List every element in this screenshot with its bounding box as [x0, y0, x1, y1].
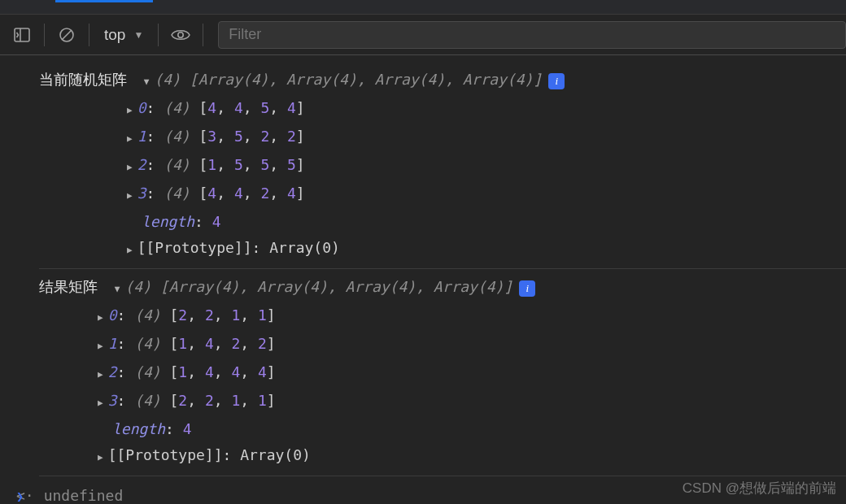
array-row[interactable]: 2: (4) [1, 4, 4, 4] [98, 359, 846, 388]
disclosure-triangle-icon[interactable] [98, 331, 108, 359]
bracket-close: ] [296, 124, 305, 150]
array-index: 3 [108, 388, 117, 414]
info-icon[interactable]: i [548, 73, 565, 89]
prototype-row[interactable]: [[Prototype]]: Array(0) [98, 442, 846, 471]
bracket-open: [ [199, 95, 208, 121]
disclosure-triangle-icon[interactable] [98, 302, 108, 331]
number-literal: 5 [260, 152, 269, 178]
number-literal: 4 [287, 180, 296, 206]
number-literal: 4 [207, 180, 216, 206]
comma: , [216, 180, 234, 206]
comma: , [214, 388, 232, 414]
number-literal: 4 [207, 95, 216, 121]
log-header[interactable]: 当前随机矩阵 (4) [Array(4), Array(4), Array(4)… [39, 67, 846, 95]
comma: , [240, 302, 258, 328]
disclosure-triangle-icon[interactable] [98, 442, 108, 471]
colon: : [116, 359, 134, 385]
comma: , [216, 152, 234, 178]
array-row[interactable]: 3: (4) [2, 2, 1, 1] [98, 388, 846, 416]
svg-rect-0 [15, 28, 29, 41]
toolbar-divider [89, 24, 89, 46]
row-length: (4) [134, 331, 169, 357]
clear-console-button[interactable] [55, 23, 79, 47]
array-index: 0 [108, 302, 117, 328]
return-value: undefined [44, 481, 124, 504]
array-row[interactable]: 3: (4) [4, 4, 2, 4] [127, 180, 846, 209]
disclosure-triangle-icon[interactable] [127, 235, 137, 263]
number-literal: 2 [287, 124, 296, 150]
comma: , [243, 180, 261, 206]
bracket-open: [ [170, 388, 179, 414]
array-index: 1 [137, 124, 146, 150]
number-literal: 2 [231, 331, 240, 357]
number-literal: 2 [260, 124, 269, 150]
row-length: (4) [164, 180, 198, 206]
disclosure-triangle-icon[interactable] [115, 274, 125, 302]
number-literal: 1 [207, 152, 216, 178]
colon: : [116, 302, 134, 328]
bracket-close: ] [267, 331, 276, 357]
length-label: length [112, 416, 165, 442]
colon: : [116, 331, 134, 357]
console-toolbar: top ▼ [0, 15, 846, 55]
toolbar-divider [158, 24, 159, 46]
toolbar-divider [203, 24, 203, 46]
info-icon[interactable]: i [519, 280, 535, 297]
filter-input[interactable] [218, 21, 846, 49]
clear-icon [58, 26, 76, 44]
comma: , [216, 95, 234, 121]
toggle-sidebar-button[interactable] [10, 23, 34, 47]
disclosure-triangle-icon[interactable] [127, 152, 137, 180]
array-row[interactable]: 1: (4) [1, 4, 2, 2] [98, 331, 846, 359]
disclosure-triangle-icon[interactable] [144, 67, 155, 95]
length-value: 4 [183, 416, 192, 442]
array-row[interactable]: 2: (4) [1, 5, 5, 5] [127, 152, 846, 180]
watermark: CSDN @想做后端的前端 [682, 479, 836, 497]
log-label: 结果矩阵 [39, 274, 107, 300]
toolbar-divider [44, 24, 45, 46]
row-length: (4) [134, 302, 169, 328]
array-row[interactable]: 0: (4) [4, 4, 5, 4] [127, 95, 846, 124]
number-literal: 5 [234, 124, 243, 150]
disclosure-triangle-icon[interactable] [98, 388, 108, 416]
disclosure-triangle-icon[interactable] [127, 95, 137, 124]
number-literal: 2 [205, 302, 214, 328]
number-literal: 4 [258, 359, 267, 385]
bracket-open: [ [199, 124, 208, 150]
disclosure-triangle-icon[interactable] [127, 180, 137, 209]
context-label: top [104, 26, 125, 44]
log-entry: 当前随机矩阵 (4) [Array(4), Array(4), Array(4)… [0, 67, 846, 263]
disclosure-triangle-icon[interactable] [127, 124, 137, 152]
comma: , [214, 302, 232, 328]
live-expression-button[interactable] [168, 23, 193, 47]
number-literal: 5 [234, 152, 243, 178]
array-index: 2 [137, 152, 146, 178]
log-header[interactable]: 结果矩阵 (4) [Array(4), Array(4), Array(4), … [39, 274, 846, 302]
array-row[interactable]: 0: (4) [2, 2, 1, 1] [98, 302, 846, 331]
row-length: (4) [134, 359, 169, 385]
bracket-close: ] [296, 95, 305, 121]
array-row[interactable]: 1: (4) [3, 5, 2, 2] [127, 124, 846, 152]
number-literal: 1 [258, 388, 267, 414]
number-literal: 1 [258, 302, 267, 328]
colon: : [146, 95, 164, 121]
number-literal: 4 [205, 331, 214, 357]
colon: : [194, 209, 212, 235]
context-selector[interactable]: top ▼ [99, 26, 148, 44]
comma: , [269, 152, 287, 178]
bracket-close: ] [296, 180, 305, 206]
row-length: (4) [164, 95, 198, 121]
number-literal: 1 [178, 331, 187, 357]
array-index: 0 [137, 95, 146, 121]
colon: : [146, 124, 164, 150]
chevron-down-icon: ▼ [133, 29, 143, 41]
bracket-close: ] [267, 388, 276, 414]
comma: , [214, 331, 232, 357]
number-literal: 2 [258, 331, 267, 357]
number-literal: 2 [178, 388, 187, 414]
disclosure-triangle-icon[interactable] [98, 359, 108, 388]
bracket-open: [ [170, 331, 179, 357]
row-length: (4) [164, 152, 198, 178]
array-children: 0: (4) [4, 4, 5, 4]1: (4) [3, 5, 2, 2]2:… [127, 95, 846, 263]
prototype-row[interactable]: [[Prototype]]: Array(0) [127, 235, 846, 263]
